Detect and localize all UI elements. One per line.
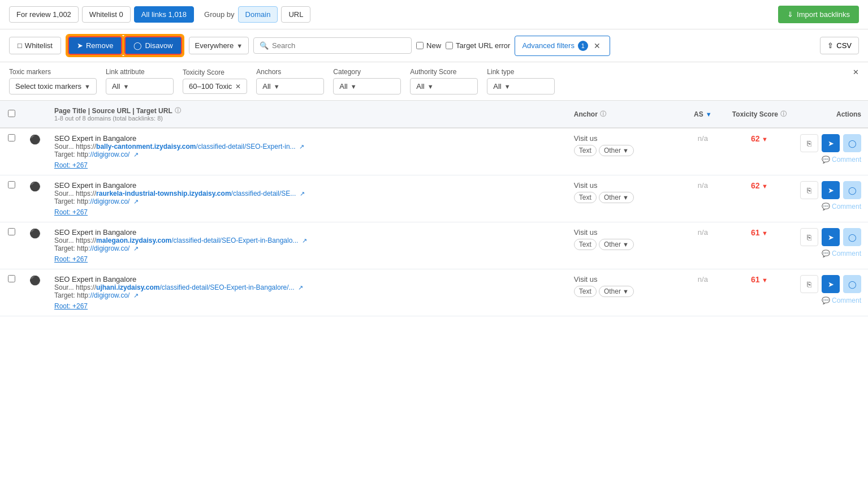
group-by-domain[interactable]: Domain [238,6,278,23]
disavow-action-button[interactable]: ◯ [843,181,861,199]
link-attribute-label: Link attribute [106,68,174,76]
anchors-dropdown[interactable]: All ▼ [256,78,324,94]
remove-button[interactable]: ➤ Remove [68,36,122,55]
source-url: Sour... https://ujhani.izydaisy.com/clas… [54,283,560,291]
target-url: Target: http://digigrow.co/ ↗ [54,244,560,252]
group-by-url[interactable]: URL [281,6,310,23]
row-actions-cell: ⎘ ➤ ◯ 💬 Comment [793,269,868,316]
link-type-dropdown[interactable]: All ▼ [487,78,555,94]
row-checkbox[interactable] [8,228,15,235]
send-action-button[interactable]: ➤ [822,134,840,152]
target-url-link[interactable]: ://digigrow.co/ [88,244,129,252]
row-checkbox[interactable] [8,134,15,141]
source-url-link[interactable]: ujhani.izydaisy.com/classified-detail/SE… [96,283,295,291]
col-score-header: Toxicity Score ⓘ [726,101,793,128]
disavow-action-button[interactable]: ◯ [843,134,861,152]
disavow-action-button[interactable]: ◯ [843,228,861,246]
category-chevron: ▼ [351,83,357,90]
row-page-cell: SEO Expert in Bangalore Sour... https://… [47,222,567,269]
comment-link[interactable]: 💬 Comment [822,297,861,304]
link-attribute-dropdown[interactable]: All ▼ [106,78,174,94]
copy-action-button[interactable]: ⎘ [800,181,818,199]
import-backlinks-button[interactable]: ⇓ Import backlinks [778,6,859,23]
score-info-icon[interactable]: ⓘ [780,110,787,118]
comment-link[interactable]: 💬 Comment [822,156,861,164]
target-ext-link-icon[interactable]: ↗ [133,151,139,158]
new-filter-checkbox[interactable]: New [416,41,441,50]
toxic-markers-dropdown[interactable]: Select toxic markers ▼ [9,78,97,94]
score-chevron-icon[interactable]: ▼ [762,230,768,237]
anchor-other-tag[interactable]: Other ▼ [599,286,634,297]
send-action-button[interactable]: ➤ [822,228,840,246]
anchor-other-tag[interactable]: Other ▼ [599,192,634,203]
root-link[interactable]: Root: +267 [54,302,88,310]
root-link[interactable]: Root: +267 [54,161,88,169]
everywhere-dropdown[interactable]: Everywhere ▼ [189,37,249,54]
target-url-link[interactable]: ://digigrow.co/ [88,291,129,299]
anchor-text-tag: Text [574,286,597,297]
score-chevron-icon[interactable]: ▼ [762,183,768,190]
score-chevron-icon[interactable]: ▼ [762,136,768,143]
other-chevron-icon: ▼ [623,241,629,248]
search-box[interactable]: 🔍 [253,37,412,54]
anchor-other-tag[interactable]: Other ▼ [599,239,634,250]
filters-close-icon[interactable]: ✕ [853,68,859,76]
advanced-filters-close-icon[interactable]: ✕ [591,40,603,51]
whitelist-button[interactable]: □ Whitelist [9,37,61,54]
source-ext-link-icon[interactable]: ↗ [298,284,303,291]
anchor-info-icon[interactable]: ⓘ [600,110,606,118]
root-link[interactable]: Root: +267 [54,255,88,263]
toxicity-score-remove-icon[interactable]: ✕ [235,83,241,91]
source-ext-link-icon[interactable]: ↗ [299,143,304,150]
source-ext-link-icon[interactable]: ↗ [302,237,307,244]
source-url-link[interactable]: bally-cantonment.izydaisy.com/classified… [96,143,296,151]
comment-icon: 💬 [822,203,830,211]
send-action-button[interactable]: ➤ [822,181,840,199]
tab-whitelist[interactable]: Whitelist 0 [82,6,131,23]
row-checkbox[interactable] [8,181,15,188]
advanced-filters-button[interactable]: Advanced filters 1 ✕ [515,36,610,56]
search-input[interactable] [272,41,405,50]
table-row: ⚫ SEO Expert in Bangalore Sour... https:… [0,128,868,175]
disavow-button[interactable]: ◯ Disavow [124,36,182,55]
tab-for-review[interactable]: For review 1,002 [9,6,79,23]
anchors-chevron: ▼ [274,83,280,90]
target-url-link[interactable]: ://digigrow.co/ [88,197,129,205]
target-url-link[interactable]: ://digigrow.co/ [88,151,129,158]
new-checkbox[interactable] [416,42,424,49]
source-url-link[interactable]: malegaon.izydaisy.com/classified-detail/… [96,237,298,244]
comment-link[interactable]: 💬 Comment [822,250,861,257]
send-action-button[interactable]: ➤ [822,275,840,293]
anchor-text: Visit us [574,181,673,190]
toxicity-score-filter: Toxicity Score 60–100 Toxic ✕ [183,68,247,94]
root-link[interactable]: Root: +267 [54,208,88,216]
target-url-error-checkbox-input[interactable] [446,42,453,49]
anchor-text: Visit us [574,275,673,283]
copy-action-button[interactable]: ⎘ [800,134,818,152]
score-chevron-icon[interactable]: ▼ [762,277,768,283]
copy-action-button[interactable]: ⎘ [800,275,818,293]
row-checkbox[interactable] [8,275,15,282]
comment-link[interactable]: 💬 Comment [822,203,861,211]
target-ext-link-icon[interactable]: ↗ [133,245,139,252]
csv-button[interactable]: ⇧ CSV [820,37,859,54]
disavow-action-button[interactable]: ◯ [843,275,861,293]
col-as-header[interactable]: AS ▼ [680,101,726,128]
category-dropdown[interactable]: All ▼ [333,78,401,94]
as-value: n/a [698,228,708,237]
target-url-error-checkbox[interactable]: Target URL error [446,41,510,50]
disavow-status-icon: ⚫ [29,135,41,144]
authority-score-dropdown[interactable]: All ▼ [410,78,478,94]
tab-all-links[interactable]: All links 1,018 [134,6,194,23]
copy-action-button[interactable]: ⎘ [800,228,818,246]
page-info-icon[interactable]: ⓘ [175,106,181,115]
toxicity-score-value: 61 [751,228,760,237]
source-ext-link-icon[interactable]: ↗ [300,190,305,197]
link-type-label: Link type [487,68,555,76]
source-url-link[interactable]: raurkela-industrial-township.izydaisy.co… [96,190,296,197]
anchor-other-tag[interactable]: Other ▼ [599,145,634,156]
advanced-filters-badge: 1 [578,41,588,51]
target-ext-link-icon[interactable]: ↗ [133,198,139,205]
target-ext-link-icon[interactable]: ↗ [133,292,139,299]
select-all-checkbox[interactable] [8,110,15,117]
